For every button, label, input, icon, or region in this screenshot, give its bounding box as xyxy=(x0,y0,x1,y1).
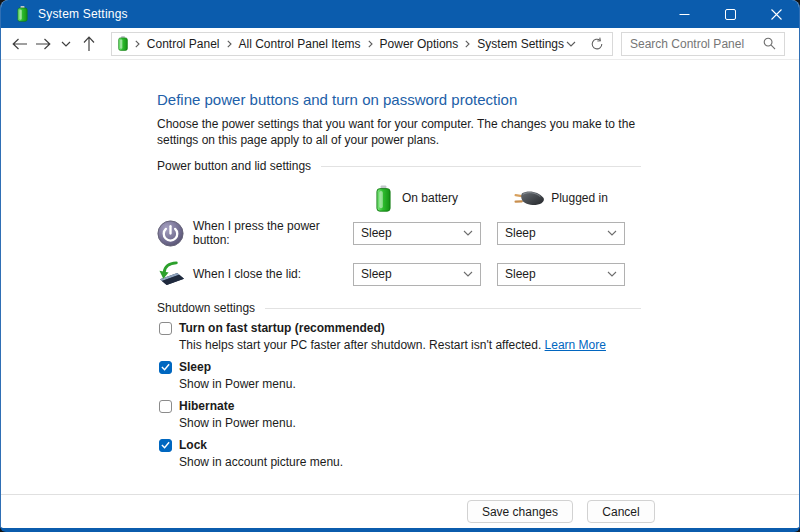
lid-close-row-label: When I close the lid: xyxy=(193,267,353,281)
battery-app-icon xyxy=(17,6,28,22)
sleep-description: Show in Power menu. xyxy=(179,377,799,392)
lid-close-row: When I close the lid: Sleep Sleep xyxy=(157,261,799,287)
maximize-button[interactable] xyxy=(707,0,753,28)
titlebar: System Settings xyxy=(1,0,799,28)
lock-label[interactable]: Lock xyxy=(179,438,207,452)
fast-startup-label[interactable]: Turn on fast startup (recommended) xyxy=(179,321,385,335)
fast-startup-checkbox[interactable] xyxy=(159,322,172,335)
page-title: Define power buttons and turn on passwor… xyxy=(157,91,799,108)
breadcrumb-item-power-options[interactable]: Power Options xyxy=(378,37,461,51)
refresh-button[interactable] xyxy=(590,37,604,51)
breadcrumb-chevron-icon[interactable] xyxy=(363,40,378,48)
chevron-down-icon xyxy=(463,271,473,277)
plugged-in-column-label: Plugged in xyxy=(551,191,608,205)
system-settings-window: System Settings xyxy=(0,0,800,532)
close-button[interactable] xyxy=(753,0,799,28)
search-input[interactable] xyxy=(630,37,763,51)
breadcrumb-chevron-icon[interactable] xyxy=(130,40,145,48)
maximize-icon xyxy=(725,9,736,20)
battery-location-icon xyxy=(118,36,128,51)
footer-bar: Save changes Cancel xyxy=(1,494,799,528)
battery-icon xyxy=(376,185,391,212)
shutdown-section-title: Shutdown settings xyxy=(157,301,265,315)
plug-icon xyxy=(514,189,546,208)
recent-locations-button[interactable] xyxy=(55,31,78,57)
window-controls xyxy=(661,0,799,28)
chevron-down-icon xyxy=(607,271,617,277)
up-arrow-icon xyxy=(83,36,95,52)
chevron-down-icon xyxy=(463,230,473,236)
power-button-row-label: When I press the power button: xyxy=(193,219,353,247)
hibernate-option: Hibernate Show in Power menu. xyxy=(157,399,799,431)
shutdown-section-header: Shutdown settings xyxy=(157,301,641,315)
lock-description: Show in account picture menu. xyxy=(179,455,799,470)
forward-arrow-icon xyxy=(35,38,51,50)
back-arrow-icon xyxy=(12,38,28,50)
address-dropdown-button[interactable] xyxy=(566,41,576,47)
power-button-plugged-in-select[interactable]: Sleep xyxy=(497,222,625,245)
up-button[interactable] xyxy=(78,31,101,57)
hibernate-checkbox[interactable] xyxy=(159,400,172,413)
power-button-icon xyxy=(157,220,193,247)
lid-close-plugged-in-select[interactable]: Sleep xyxy=(497,263,625,286)
cancel-button[interactable]: Cancel xyxy=(587,500,655,523)
lock-option: Lock Show in account picture menu. xyxy=(157,438,799,470)
on-battery-column-label: On battery xyxy=(402,191,458,205)
hibernate-description: Show in Power menu. xyxy=(179,416,799,431)
fast-startup-description: This helps start your PC faster after sh… xyxy=(179,338,799,353)
breadcrumb-item-control-panel[interactable]: Control Panel xyxy=(145,37,222,51)
chevron-down-icon xyxy=(607,230,617,236)
sleep-checkbox[interactable] xyxy=(159,361,172,374)
breadcrumb-item-all-control-panel-items[interactable]: All Control Panel Items xyxy=(237,37,363,51)
power-button-on-battery-select[interactable]: Sleep xyxy=(353,222,481,245)
hibernate-label[interactable]: Hibernate xyxy=(179,399,234,413)
chevron-down-icon xyxy=(61,41,71,47)
search-box[interactable] xyxy=(621,32,785,56)
breadcrumb-item-system-settings[interactable]: System Settings xyxy=(475,37,566,51)
column-headers: On battery Plugged in xyxy=(157,179,799,217)
laptop-lid-icon xyxy=(157,261,193,287)
learn-more-link[interactable]: Learn More xyxy=(545,338,606,352)
lid-close-on-battery-select[interactable]: Sleep xyxy=(353,263,481,286)
address-bar[interactable]: Control Panel All Control Panel Items Po… xyxy=(111,32,613,56)
forward-button[interactable] xyxy=(32,31,55,57)
power-section-title: Power button and lid settings xyxy=(157,159,321,173)
power-button-row: When I press the power button: Sleep Sle… xyxy=(157,219,799,247)
sleep-label[interactable]: Sleep xyxy=(179,360,211,374)
sleep-option: Sleep Show in Power menu. xyxy=(157,360,799,392)
main-content: Define power buttons and turn on passwor… xyxy=(1,60,799,494)
minimize-icon xyxy=(679,9,690,20)
search-icon xyxy=(763,37,776,50)
save-changes-button[interactable]: Save changes xyxy=(467,500,573,523)
back-button[interactable] xyxy=(9,31,32,57)
minimize-button[interactable] xyxy=(661,0,707,28)
navigation-toolbar: Control Panel All Control Panel Items Po… xyxy=(1,28,799,60)
breadcrumb-chevron-icon[interactable] xyxy=(222,40,237,48)
breadcrumb-chevron-icon[interactable] xyxy=(460,40,475,48)
intro-text: Choose the power settings that you want … xyxy=(157,116,655,148)
lock-checkbox[interactable] xyxy=(159,439,172,452)
fast-startup-option: Turn on fast startup (recommended) This … xyxy=(157,321,799,353)
refresh-icon xyxy=(590,37,604,51)
close-icon xyxy=(771,9,782,20)
power-section-header: Power button and lid settings xyxy=(157,159,641,173)
window-title: System Settings xyxy=(38,7,128,21)
